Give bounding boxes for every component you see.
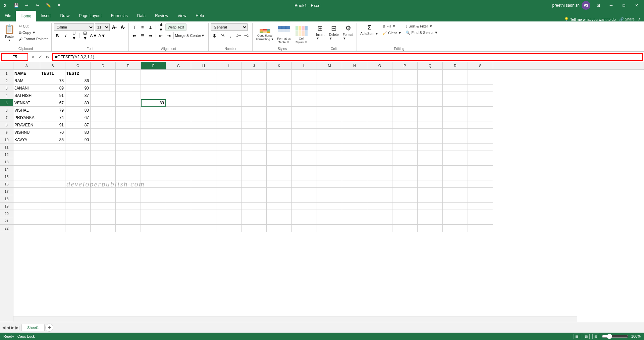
cut-button[interactable]: ✂ Cut bbox=[17, 23, 49, 29]
cell-O7[interactable] bbox=[367, 114, 392, 121]
cell-J19[interactable] bbox=[241, 203, 267, 210]
cell-L22[interactable] bbox=[292, 225, 317, 232]
cell-H3[interactable] bbox=[191, 84, 216, 92]
cell-P7[interactable] bbox=[392, 114, 418, 121]
find-select-button[interactable]: 🔍 Find & Select ▼ bbox=[404, 30, 439, 36]
cell-G15[interactable] bbox=[166, 173, 191, 180]
cell-O2[interactable] bbox=[367, 77, 392, 84]
cell-A13[interactable] bbox=[13, 158, 40, 166]
cell-J6[interactable] bbox=[241, 107, 267, 114]
cell-I16[interactable] bbox=[216, 180, 241, 188]
cell-D8[interactable] bbox=[91, 121, 116, 129]
cell-M21[interactable] bbox=[317, 217, 342, 225]
tab-data[interactable]: Data bbox=[132, 11, 150, 21]
cell-G5[interactable] bbox=[166, 99, 191, 107]
cell-H11[interactable] bbox=[191, 144, 216, 151]
cell-E1[interactable] bbox=[116, 70, 141, 77]
fill-button[interactable]: ⊕ Fill ▼ bbox=[381, 23, 403, 29]
cell-A3[interactable]: JANANI bbox=[13, 84, 40, 92]
cell-G18[interactable] bbox=[166, 195, 191, 203]
col-header-D[interactable]: D bbox=[91, 62, 116, 69]
cell-P8[interactable] bbox=[392, 121, 418, 129]
cell-I1[interactable] bbox=[216, 70, 241, 77]
accounting-format-btn[interactable]: $ bbox=[211, 32, 218, 39]
cell-N20[interactable] bbox=[342, 210, 367, 217]
cell-O12[interactable] bbox=[367, 151, 392, 158]
cell-Q8[interactable] bbox=[418, 121, 443, 129]
cell-J17[interactable] bbox=[241, 188, 267, 195]
cell-R9[interactable] bbox=[443, 129, 468, 136]
cell-O17[interactable] bbox=[367, 188, 392, 195]
cell-E7[interactable] bbox=[116, 114, 141, 121]
col-header-J[interactable]: J bbox=[241, 62, 267, 69]
cell-S17[interactable] bbox=[468, 188, 493, 195]
cell-Q3[interactable] bbox=[418, 84, 443, 92]
format-painter-button[interactable]: 🖌 Format Painter bbox=[17, 36, 49, 42]
cell-P16[interactable] bbox=[392, 180, 418, 188]
cell-O14[interactable] bbox=[367, 166, 392, 173]
cell-F4[interactable] bbox=[141, 92, 166, 99]
cell-J21[interactable] bbox=[241, 217, 267, 225]
cell-D5[interactable] bbox=[91, 99, 116, 107]
cell-J12[interactable] bbox=[241, 151, 267, 158]
cell-A16[interactable] bbox=[13, 180, 40, 188]
cell-F5[interactable]: 89 bbox=[141, 99, 166, 107]
cell-S3[interactable] bbox=[468, 84, 493, 92]
formula-cancel-icon[interactable]: ✕ bbox=[30, 54, 36, 60]
col-header-M[interactable]: M bbox=[317, 62, 342, 69]
cell-L2[interactable] bbox=[292, 77, 317, 84]
col-header-B[interactable]: B bbox=[40, 62, 65, 69]
cell-L18[interactable] bbox=[292, 195, 317, 203]
cell-K14[interactable] bbox=[267, 166, 292, 173]
cell-N5[interactable] bbox=[342, 99, 367, 107]
cell-P4[interactable] bbox=[392, 92, 418, 99]
cell-G6[interactable] bbox=[166, 107, 191, 114]
cell-O16[interactable] bbox=[367, 180, 392, 188]
cell-E14[interactable] bbox=[116, 166, 141, 173]
restore-window-btn[interactable]: ⊡ bbox=[594, 1, 603, 10]
cell-Q17[interactable] bbox=[418, 188, 443, 195]
cell-P3[interactable] bbox=[392, 84, 418, 92]
cell-P6[interactable] bbox=[392, 107, 418, 114]
font-name-select[interactable]: Calibri bbox=[54, 23, 94, 31]
cell-C1[interactable]: TEST2 bbox=[65, 70, 91, 77]
cell-I19[interactable] bbox=[216, 203, 241, 210]
cell-D22[interactable] bbox=[91, 225, 116, 232]
row-num-8[interactable]: 8 bbox=[0, 121, 13, 129]
cell-H22[interactable] bbox=[191, 225, 216, 232]
horizontal-scrollbar[interactable] bbox=[13, 317, 577, 322]
cell-I4[interactable] bbox=[216, 92, 241, 99]
cell-C20[interactable] bbox=[65, 210, 91, 217]
cell-Q6[interactable] bbox=[418, 107, 443, 114]
sort-filter-button[interactable]: ↕ Sort & Filter ▼ bbox=[404, 23, 439, 29]
row-num-19[interactable]: 19 bbox=[0, 203, 13, 210]
cell-S12[interactable] bbox=[468, 151, 493, 158]
increase-decimal-btn[interactable]: ⇒0. bbox=[243, 32, 250, 39]
align-top-btn[interactable]: ⊤ bbox=[131, 23, 138, 31]
cell-H9[interactable] bbox=[191, 129, 216, 136]
cell-O6[interactable] bbox=[367, 107, 392, 114]
cell-G12[interactable] bbox=[166, 151, 191, 158]
underline-button[interactable]: U ▼ bbox=[70, 32, 78, 39]
row-num-15[interactable]: 15 bbox=[0, 173, 13, 180]
col-header-H[interactable]: H bbox=[191, 62, 216, 69]
cell-M17[interactable] bbox=[317, 188, 342, 195]
cell-D21[interactable] bbox=[91, 217, 116, 225]
cell-N7[interactable] bbox=[342, 114, 367, 121]
cell-B4[interactable]: 91 bbox=[40, 92, 65, 99]
cell-M16[interactable] bbox=[317, 180, 342, 188]
cell-S7[interactable] bbox=[468, 114, 493, 121]
cell-J4[interactable] bbox=[241, 92, 267, 99]
cell-N22[interactable] bbox=[342, 225, 367, 232]
cell-R1[interactable] bbox=[443, 70, 468, 77]
cell-D2[interactable] bbox=[91, 77, 116, 84]
cell-styles-button[interactable]: CellStyles ▼ bbox=[293, 25, 310, 45]
cell-M13[interactable] bbox=[317, 158, 342, 166]
cell-R14[interactable] bbox=[443, 166, 468, 173]
cell-I7[interactable] bbox=[216, 114, 241, 121]
touch-mode-btn[interactable]: ✏️ bbox=[44, 1, 53, 10]
cell-R16[interactable] bbox=[443, 180, 468, 188]
cell-B10[interactable]: 85 bbox=[40, 136, 65, 144]
row-num-9[interactable]: 9 bbox=[0, 129, 13, 136]
cell-I6[interactable] bbox=[216, 107, 241, 114]
